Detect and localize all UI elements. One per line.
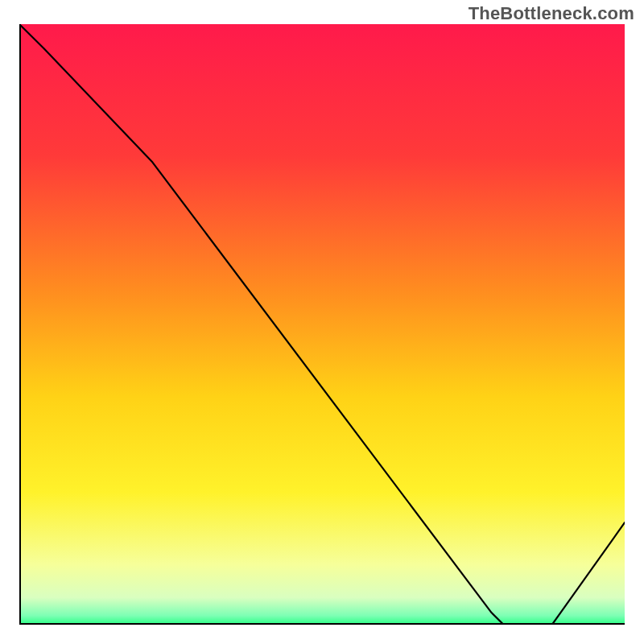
watermark-text: TheBottleneck.com: [469, 3, 634, 24]
chart-background: [19, 24, 625, 625]
chart-svg: [19, 24, 625, 625]
plot-area: [19, 24, 625, 625]
chart-root: TheBottleneck.com: [0, 0, 644, 644]
